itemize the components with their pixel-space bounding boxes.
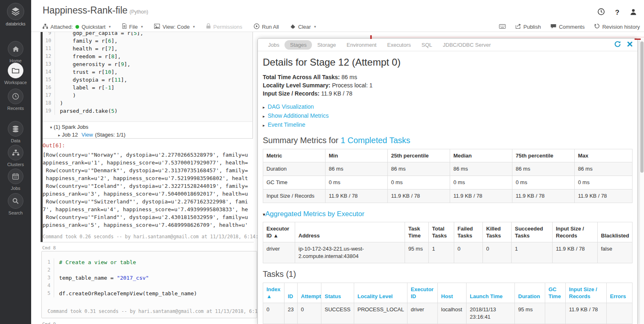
code-line: 11 health = r[7],	[43, 45, 253, 52]
code-line: 1# Create a view or table	[42, 258, 257, 266]
column-header[interactable]: Host	[438, 283, 467, 303]
column-header: Min	[325, 149, 388, 162]
column-header: Total Tasks	[429, 222, 454, 242]
refresh-icon[interactable]	[614, 41, 621, 49]
summary-metrics-heading: Summary Metrics for 1 Completed Tasks	[263, 136, 633, 145]
table-cell: 0	[298, 303, 321, 324]
column-header: Succeeded Tasks	[512, 222, 553, 242]
event-timeline-toggle[interactable]: ▸Event Timeline	[263, 121, 633, 130]
lock-icon	[206, 23, 211, 30]
comments-button[interactable]: Comments	[551, 24, 585, 30]
column-header[interactable]: Executor ID	[407, 283, 438, 303]
close-icon[interactable]	[627, 41, 633, 48]
file-menu[interactable]: File ▾	[122, 23, 143, 30]
locality-summary-info: Locality Level Summary:Process local: 1	[263, 81, 633, 89]
document-icon	[122, 23, 127, 30]
column-header: Metric	[263, 149, 325, 162]
spark-job-row[interactable]: ▸Job 12 View(Stages: 1/1)	[43, 131, 253, 139]
code-editor[interactable]: 1# Create a view or table23temp_table_na…	[42, 251, 257, 297]
tab-stages[interactable]: Stages	[284, 40, 312, 50]
tab-executors[interactable]: Executors	[382, 40, 416, 50]
code-line: 16 label = r[-1]	[43, 84, 253, 91]
tasks-heading: Tasks (1)	[263, 269, 633, 279]
image-icon	[154, 24, 160, 30]
brand-label: databricks	[0, 21, 31, 26]
aggregated-metrics-heading[interactable]: ▾Aggregated Metrics by Executor	[263, 210, 633, 218]
table-cell: 86 ms	[388, 162, 450, 176]
cmd-9-label: Cmd 9	[42, 322, 56, 324]
history-icon	[594, 23, 600, 30]
table-cell: PROCESS_LOCAL	[354, 303, 407, 324]
status-clock-icon[interactable]	[598, 8, 605, 17]
cluster-status-dot	[75, 25, 79, 29]
column-header[interactable]: Status	[321, 283, 354, 303]
scrollbar-thumb[interactable]	[640, 41, 644, 173]
triangle-right-icon: ▸	[263, 123, 265, 128]
stage-title: Details for Stage 12 (Attempt 0)	[263, 57, 633, 68]
permissions-button[interactable]: Permissions	[206, 23, 242, 30]
sidebar-item-home[interactable]: Home	[0, 41, 31, 63]
column-header: Median	[450, 149, 512, 162]
table-cell: 2018/11/13 23:16:41	[467, 303, 515, 324]
clock-icon	[8, 89, 23, 104]
home-icon	[8, 41, 23, 57]
column-header[interactable]: Index ▲	[263, 283, 284, 303]
revision-history-button[interactable]: Revision history	[594, 23, 640, 30]
table-cell: 0	[454, 242, 483, 263]
column-header[interactable]: Attempt	[298, 283, 321, 303]
completed-tasks-link[interactable]: 1 Completed Tasks	[341, 136, 410, 145]
keyboard-shortcuts-icon[interactable]	[499, 24, 506, 30]
table-cell: 86 ms	[325, 162, 388, 176]
table-cell: driver	[407, 303, 438, 324]
code-cell-2[interactable]: 1# Create a view or table23temp_table_na…	[41, 251, 257, 318]
column-header: Failed Tasks	[454, 222, 483, 242]
database-icon	[8, 121, 23, 137]
view-menu[interactable]: View: Code ▾	[154, 24, 195, 30]
attached-cluster-dropdown[interactable]: Attached: Quickstart ▾	[43, 24, 111, 30]
code-cell-1[interactable]: 9 gdp_per_capita = r[5],10 family = r[6]…	[43, 32, 253, 122]
tab-storage[interactable]: Storage	[312, 40, 341, 50]
help-icon[interactable]: ?	[615, 9, 619, 17]
column-header[interactable]: Errors	[607, 283, 633, 303]
tab-jobs[interactable]: Jobs	[263, 40, 284, 50]
spark-jobs-toggle[interactable]: ▾(1) Spark Jobs	[43, 123, 253, 131]
databricks-brand[interactable]: databricks	[0, 3, 31, 26]
column-header[interactable]: Input Size / Records	[566, 283, 607, 303]
run-all-button[interactable]: Run All	[254, 23, 279, 30]
column-header[interactable]: Duration	[515, 283, 545, 303]
tab-jdbc-odbc-server[interactable]: JDBC/ODBC Server	[437, 40, 496, 50]
tab-environment[interactable]: Environment	[341, 40, 382, 50]
column-header[interactable]: Locality Level	[354, 283, 407, 303]
sidebar-item-workspace[interactable]: Workspace	[0, 63, 31, 85]
job-view-link[interactable]: View	[82, 132, 93, 138]
publish-button[interactable]: Publish	[516, 23, 541, 30]
code-line: 2	[42, 266, 257, 274]
vertical-scrollbar[interactable]	[639, 38, 644, 324]
sidebar-item-data[interactable]: Data	[0, 121, 31, 143]
column-header: Killed Tasks	[483, 222, 512, 242]
clear-menu[interactable]: Clear ▾	[290, 24, 316, 30]
table-cell: ip-10-172-243-221.us-west-2.compute.inte…	[295, 242, 405, 263]
capture-progress-end	[635, 39, 641, 40]
column-header[interactable]: Launch Time	[467, 283, 515, 303]
sidebar-item-search[interactable]: Search	[0, 193, 31, 215]
table-cell: 1	[429, 242, 454, 263]
column-header[interactable]: ID	[284, 283, 298, 303]
input-size-info: Input Size / Records:11.9 KB / 78	[263, 89, 633, 98]
table-row: 0230SUCCESSPROCESS_LOCALdriverlocalhost2…	[263, 303, 633, 324]
dag-visualization-toggle[interactable]: ▸DAG Visualization	[263, 103, 633, 112]
sidebar-item-jobs[interactable]: Jobs	[0, 169, 31, 191]
sidebar-item-clusters[interactable]: Clusters	[0, 145, 31, 167]
table-cell: 1	[512, 242, 553, 263]
show-additional-metrics-toggle[interactable]: ▸Show Additional Metrics	[263, 112, 633, 121]
column-header[interactable]: GC Time	[545, 283, 566, 303]
share-icon	[516, 23, 521, 30]
user-icon[interactable]	[630, 9, 637, 17]
triangle-right-icon: ▸	[263, 114, 265, 119]
table-cell: 0 ms	[575, 176, 633, 189]
tab-sql[interactable]: SQL	[416, 40, 437, 50]
sidebar-item-recents[interactable]: Recents	[0, 89, 31, 111]
code-line: 19parsed_rdd.take(5)	[43, 107, 253, 115]
code-editor[interactable]: 9 gdp_per_capita = r[5],10 family = r[6]…	[43, 32, 253, 115]
table-cell: 11.9 KB / 78	[325, 189, 388, 203]
